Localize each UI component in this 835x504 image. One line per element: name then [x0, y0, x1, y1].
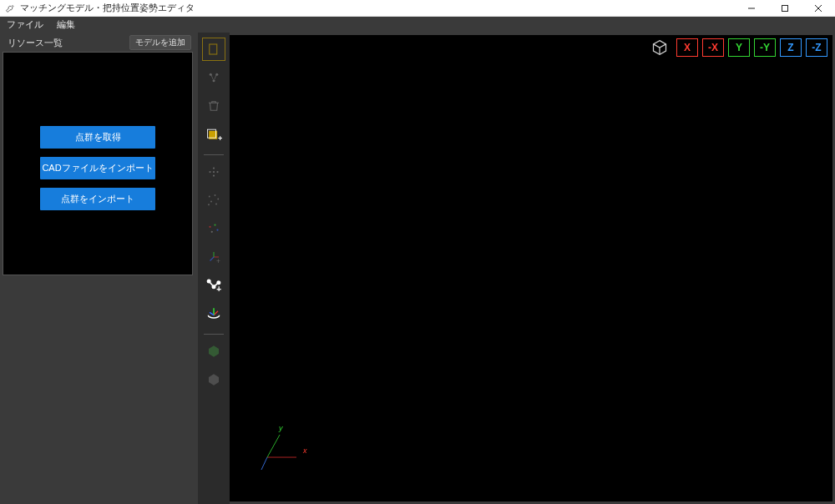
- orbit-icon[interactable]: [202, 302, 225, 325]
- axis-controls: X -X Y -Y Z -Z: [650, 38, 827, 57]
- import-cad-button[interactable]: CADファイルをインポート: [40, 157, 155, 179]
- svg-point-23: [214, 224, 215, 225]
- app-wrench-icon: [5, 3, 15, 13]
- svg-point-22: [209, 226, 210, 228]
- menu-edit[interactable]: 編集: [50, 17, 82, 33]
- svg-point-25: [211, 231, 213, 233]
- svg-point-11: [209, 171, 210, 173]
- svg-point-20: [215, 204, 217, 205]
- svg-point-19: [210, 201, 212, 203]
- svg-text:+: +: [218, 134, 222, 143]
- capture-pointcloud-button[interactable]: 点群を取得: [40, 126, 155, 149]
- svg-text:+: +: [216, 258, 220, 265]
- svg-point-12: [213, 167, 215, 169]
- points-scatter-icon[interactable]: [202, 189, 225, 212]
- view-cube-icon[interactable]: [650, 38, 670, 57]
- window-minimize-button[interactable]: [735, 0, 768, 17]
- resource-panel: リソース一覧 モデルを追加 点群を取得 CADファイルをインポート 点群をインポ…: [0, 33, 195, 504]
- toolbar-separator: [204, 154, 224, 155]
- points-cluster-icon[interactable]: [202, 160, 225, 184]
- add-model-button[interactable]: モデルを追加: [129, 35, 191, 50]
- points-color-icon[interactable]: [202, 217, 225, 240]
- svg-line-38: [267, 435, 280, 457]
- main-area: リソース一覧 モデルを追加 点群を取得 CADファイルをインポート 点群をインポ…: [0, 33, 835, 504]
- window-close-button[interactable]: [802, 0, 835, 17]
- svg-text:+: +: [216, 285, 221, 294]
- menu-bar: ファイル 編集: [0, 17, 835, 33]
- axis-gizmo: y x: [255, 428, 305, 478]
- box-add-icon[interactable]: +: [202, 123, 225, 146]
- window-title: マッチングモデル・把持位置姿勢エディタ: [20, 2, 195, 14]
- import-pointcloud-button[interactable]: 点群をインポート: [40, 188, 155, 210]
- svg-rect-1: [782, 5, 788, 11]
- axis-ny-button[interactable]: -Y: [754, 38, 776, 57]
- trash-icon[interactable]: [202, 94, 225, 118]
- svg-point-21: [208, 204, 210, 205]
- svg-point-17: [215, 194, 216, 196]
- gizmo-y-label: y: [279, 424, 283, 432]
- axis-nz-button[interactable]: -Z: [806, 38, 827, 57]
- svg-point-14: [213, 174, 215, 176]
- gizmo-x-label: x: [303, 446, 307, 455]
- resource-panel-body: 点群を取得 CADファイルをインポート 点群をインポート: [3, 52, 193, 275]
- menu-file[interactable]: ファイル: [0, 17, 50, 33]
- svg-line-39: [261, 457, 267, 470]
- window-maximize-button[interactable]: [768, 0, 802, 17]
- resource-panel-header: リソース一覧 モデルを追加: [3, 35, 193, 50]
- axis-y-button[interactable]: Y: [728, 38, 750, 57]
- svg-point-24: [216, 229, 218, 230]
- hex-green-icon[interactable]: [202, 340, 225, 363]
- svg-point-18: [217, 199, 219, 200]
- viewport-3d[interactable]: X -X Y -Y Z -Z y x: [230, 35, 832, 501]
- axis-x-button[interactable]: X: [676, 38, 698, 57]
- vertical-toolbar: +++: [198, 33, 230, 504]
- frame-axis-icon[interactable]: +: [202, 245, 225, 269]
- axis-nx-button[interactable]: -X: [702, 38, 724, 57]
- svg-point-13: [216, 171, 218, 173]
- toolbar-separator: [204, 334, 224, 335]
- link-chain-icon[interactable]: [202, 66, 225, 89]
- hex-grey-icon[interactable]: [202, 368, 225, 391]
- window-titlebar: マッチングモデル・把持位置姿勢エディタ: [0, 0, 835, 17]
- svg-line-28: [210, 257, 215, 261]
- svg-point-7: [213, 79, 215, 82]
- svg-point-15: [213, 171, 215, 173]
- svg-point-16: [209, 196, 210, 198]
- svg-rect-4: [210, 44, 217, 54]
- resource-panel-title: リソース一覧: [3, 37, 63, 49]
- select-rect-icon[interactable]: [202, 38, 225, 61]
- axis-z-button[interactable]: Z: [780, 38, 802, 57]
- path-add-icon[interactable]: +: [202, 274, 225, 297]
